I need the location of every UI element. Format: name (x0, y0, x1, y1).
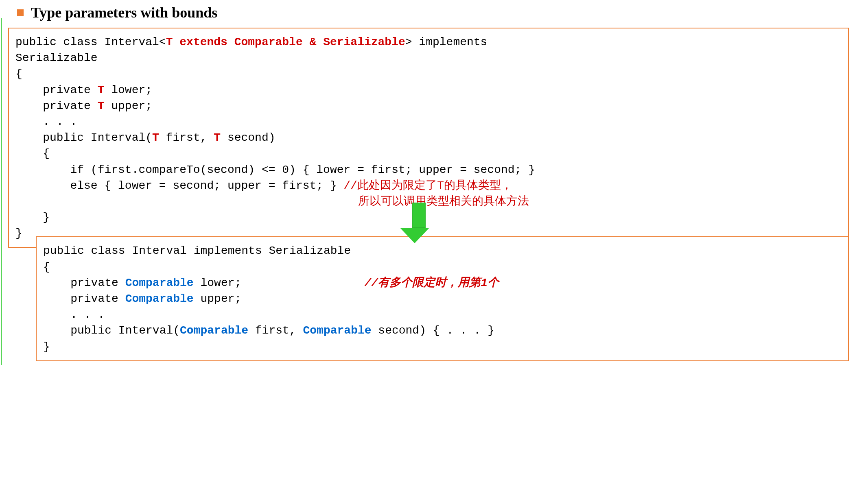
c2-l4a: private (43, 292, 125, 305)
c1-l10a: else { lower = second; upper = first; } (15, 179, 344, 192)
c2-l4c: upper; (194, 292, 242, 305)
c1-l6: . . . (15, 116, 77, 128)
c1-l4a: private (15, 84, 98, 96)
c2-l3c: lower; (194, 277, 242, 289)
c1-l1a: public class Interval< (15, 36, 166, 48)
c1-l7b: T (152, 131, 159, 144)
slide-title: Type parameters with bounds (31, 4, 217, 21)
left-green-bar (1, 18, 2, 365)
c1-l5c: upper; (104, 100, 152, 112)
c1-l1b: T extends Comparable & Serializable (166, 36, 405, 48)
code-box-2: public class Interval implements Seriali… (36, 236, 849, 361)
c2-l6e: second) { . . . } (372, 324, 494, 337)
arrow-down-icon (408, 203, 429, 243)
c1-l8: { (15, 147, 50, 160)
c1-l9: if (first.compareTo(second) <= 0) { lowe… (15, 164, 535, 176)
c2-l6c: first, (248, 324, 303, 337)
c1-l12: } (15, 227, 22, 240)
title-row: Type parameters with bounds (8, 4, 849, 21)
c2-l3a: private (43, 277, 125, 289)
c2-l6b: Comparable (180, 324, 248, 337)
c1-l3: { (15, 68, 22, 80)
c1-l5a: private (15, 100, 98, 112)
c2-l5: . . . (43, 308, 105, 321)
c1-l4b: T (98, 84, 105, 96)
c1-l1c: > implements (405, 36, 488, 48)
c1-l7d: T (214, 131, 221, 144)
c2-l2: { (43, 261, 50, 273)
c1-l4c: lower; (104, 84, 152, 96)
c2-l3b: Comparable (125, 277, 194, 289)
c2-l6d: Comparable (303, 324, 372, 337)
c1-l5b: T (98, 100, 105, 112)
c1-l10b: //此处因为限定了T的具体类型， (344, 179, 512, 192)
c2-l7: } (43, 340, 50, 353)
c2-l1: public class Interval implements Seriali… (43, 244, 351, 257)
c1-l2: Serializable (15, 52, 98, 64)
c1-l11: } (15, 211, 50, 224)
c1-l7e: second) (221, 131, 275, 144)
c2-l6a: public Interval( (43, 324, 180, 337)
c1-l7c: first, (159, 131, 214, 144)
c2-comment: //有多个限定时，用第1个 (365, 277, 499, 289)
bullet-icon (17, 9, 24, 16)
c1-l7a: public Interval( (15, 131, 152, 144)
c1-l10c: 所以可以调用类型相关的具体方法 (15, 195, 529, 208)
c2-l4b: Comparable (125, 292, 194, 305)
